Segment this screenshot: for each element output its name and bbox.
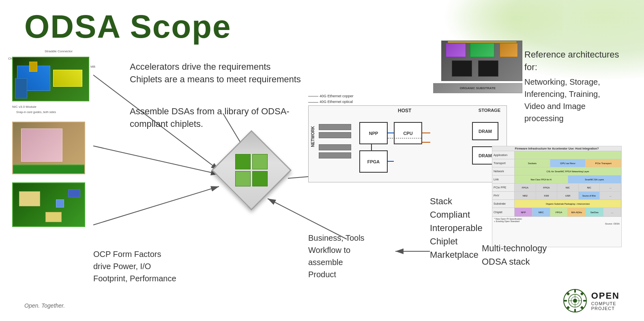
fw-cell-lnk2: SmartNIC Eth Layers [568, 175, 622, 183]
fw-cell-tr3: PCIe Transport [586, 159, 621, 167]
svg-rect-18 [574, 309, 576, 312]
svg-line-3 [93, 146, 219, 174]
fw-cell-tr2: GPU sw Recv [550, 159, 586, 167]
ocp-logo: OPEN Compute Project [563, 289, 620, 313]
straddle-label: Straddle Connector [45, 49, 73, 53]
fw-cell-app1 [515, 151, 621, 159]
fw-cell-pcie4: NIC [579, 184, 600, 191]
biz-line4: Product [308, 268, 389, 280]
svg-rect-17 [574, 289, 576, 293]
nd-eth-optical: 40G Ethernet optical [308, 99, 355, 105]
fw-cell-tr1: Sockets [515, 159, 550, 167]
fw-label-pcie: PCIe PPE [492, 184, 515, 191]
chiplet-inner-cells [233, 152, 270, 188]
fw-label-chiplet: Chiplet [492, 208, 515, 216]
fw-cell-chip1: NFP [515, 208, 532, 216]
accelerators-line2: Chiplets are a means to meet requirement… [130, 73, 328, 86]
svg-point-27 [573, 299, 577, 303]
biz-label: Business, Tools Workflow to assemble Pro… [308, 232, 389, 280]
assemble-text: Assemble DSAs from a library of ODSA- co… [130, 105, 304, 131]
fw-cell-phy5: ... [600, 192, 621, 199]
fw-footnotes: * New Open PI Specification + Existing O… [492, 217, 621, 226]
fw-label-app: Application [492, 151, 515, 159]
fw-cell-sub1: Organic Substrate Packaging + Interconne… [515, 200, 621, 208]
fw-row-link: Link New Class FPGA for AI SmartNIC Eth … [492, 175, 621, 184]
organic-substrate-label: ORGANIC SUBSTRATE [433, 83, 522, 93]
footer-text: Open. Together. [24, 302, 65, 309]
fw-row-network: Network CXL-for SmartNIC FPGA Networking… [492, 167, 621, 175]
chiplet-top-visual: ORGANIC SUBSTRATE [433, 41, 522, 93]
fw-cell-chip3: FPGA [550, 208, 568, 216]
fw-cell-phy1: NRZ [515, 192, 536, 199]
ocp-project-text: Project [591, 306, 620, 311]
chiplet-cell-4 [252, 171, 268, 186]
ocp-wheel-icon [563, 289, 587, 313]
fw-cell-chip4: MA-ADAs [568, 208, 586, 216]
fw-title: Firmware Infrastructure for Accelerator … [492, 146, 621, 151]
fw-row-pcie: PCIe PPE FPGA FPGA NIC NIC ... [492, 184, 621, 192]
fw-cell-pcie3: NIC [557, 184, 579, 191]
hw-pcb-item [12, 182, 93, 227]
hw-nic-diagram [12, 57, 89, 101]
biz-line2: Workflow to [308, 244, 389, 256]
svg-line-4 [93, 186, 219, 225]
hw-server-diagram [12, 122, 85, 174]
fw-label-phy: PHY [492, 192, 515, 199]
fw-cell-pcie1: FPGA [515, 184, 536, 191]
multitech-label: Multi-technology ODSA stack [482, 242, 563, 268]
page-title: ODSA Scope [24, 8, 231, 45]
ocp-text-block: OPEN Compute Project [591, 291, 620, 311]
ocp-ff-line2: drive Power, I/O [93, 260, 182, 272]
hw-pcb-diagram [12, 182, 85, 227]
fw-label-transport: Transport [492, 159, 515, 167]
ocp-open-text: OPEN [591, 291, 620, 301]
fw-row-chiplet: Chiplet NFP NRC FPGA MA-ADAs SerDes ... [492, 208, 621, 217]
biz-line1: Business, Tools [308, 232, 389, 244]
nd-connections [309, 106, 507, 182]
network-diagram: 40G Ethernet copper 40G Ethernet optical… [308, 93, 507, 186]
multitech-line1: Multi-technology [482, 242, 563, 255]
assemble-line2: compliant chiplets. [130, 118, 304, 131]
fw-row-phy: PHY NRZ XSR USR Source of Wire ... [492, 192, 621, 200]
fw-cell-pcie5: ... [600, 184, 621, 191]
svg-rect-20 [583, 300, 586, 302]
hw-server-item [12, 122, 93, 174]
center-chiplet-visual [219, 138, 284, 203]
hardware-column: Straddle Connector Chassis Face MB NIC v… [12, 53, 93, 235]
fw-cell-pcie2: FPGA [536, 184, 558, 191]
fw-cell-phy3: USR [557, 192, 579, 199]
fw-cell-chip5: SerDes [586, 208, 603, 216]
fw-diagram: Firmware Infrastructure for Accelerator … [492, 146, 622, 247]
fw-label-substrate: Substrate [492, 200, 515, 208]
mb-label: MB [90, 65, 95, 68]
accelerators-line1: Accelerators drive the requirements [130, 61, 328, 73]
fw-cell-chip2: NRC [532, 208, 550, 216]
assemble-line1: Assemble DSAs from a library of ODSA- [130, 105, 304, 118]
fw-row-transport: Transport Sockets GPU sw Recv PCIe Trans… [492, 159, 621, 167]
chiplet-diamond-shape [211, 130, 292, 210]
fw-label-network: Network [492, 167, 515, 175]
ref-arch-title: Reference architectures for: [524, 49, 622, 74]
ocp-compute-text: Compute [591, 301, 620, 306]
ocp-ff-line3: Footprint, Performance [93, 272, 182, 285]
fw-cell-net1: CXL-for SmartNIC FPGA Networking Layer [515, 167, 621, 175]
fw-cell-chip6: ... [603, 208, 621, 216]
fw-row-app: Application [492, 151, 621, 159]
fw-label-link: Link [492, 175, 515, 183]
ocp-ff-label: OCP Form Factors drive Power, I/O Footpr… [93, 248, 182, 285]
fw-cell-phy4: Source of Wire [579, 192, 600, 199]
snapin-label: Snap-in card guides, both sides [16, 111, 56, 113]
chiplet-cell-2 [252, 154, 268, 169]
nic-label: NIC v3.0 Module [12, 105, 36, 109]
ocp-ff-line1: OCP Form Factors [93, 248, 182, 260]
hw-nic-item: Straddle Connector Chassis Face MB NIC v… [12, 57, 93, 101]
fw-row-substrate: Substrate Organic Substrate Packaging + … [492, 200, 621, 208]
chiplet-cell-3 [235, 171, 251, 186]
fw-cell-phy2: XSR [536, 192, 558, 199]
multitech-line2: ODSA stack [482, 255, 563, 268]
accelerators-text: Accelerators drive the requirements Chip… [130, 61, 328, 86]
ref-arch-text: Reference architectures for: Networking,… [524, 49, 622, 124]
svg-rect-19 [564, 300, 567, 302]
biz-line3: assemble [308, 256, 389, 268]
nd-eth-copper: 40G Ethernet copper [308, 93, 355, 99]
